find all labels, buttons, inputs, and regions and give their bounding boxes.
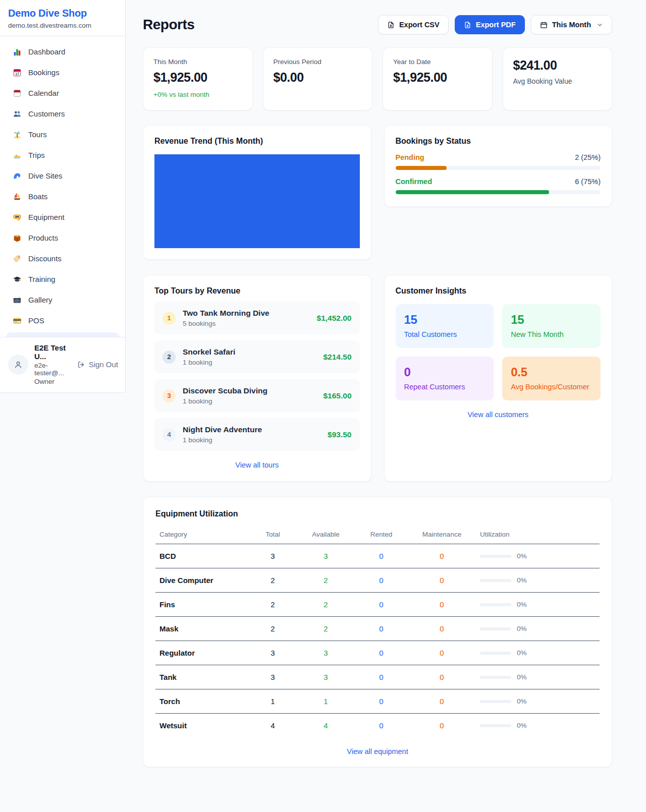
sidebar-item-pos[interactable]: POS <box>6 311 119 330</box>
tour-revenue: $214.50 <box>323 353 351 362</box>
sidebar-item-products[interactable]: Products <box>6 228 119 248</box>
table-row: Wetsuit 4 4 0 0 0% <box>155 714 600 738</box>
insight-tiles: 15 Total Customers 15 New This Month 0 R… <box>396 304 601 400</box>
page-title: Reports <box>143 17 194 33</box>
sidebar-item-label: Dashboard <box>28 47 65 56</box>
stat-label: Avg Booking Value <box>513 77 602 85</box>
sidebar-item-label: Bookings <box>28 68 60 77</box>
wave-icon <box>12 171 22 181</box>
sign-out-icon <box>77 361 85 369</box>
status-count: 6 (75%) <box>575 178 601 186</box>
island-icon <box>12 130 22 139</box>
tile-new-this-month: 15 New This Month <box>502 304 601 348</box>
table-header-row: Category Total Available Rented Maintena… <box>155 525 600 544</box>
sidebar-item-gallery[interactable]: Gallery <box>6 290 119 310</box>
progress-fill-confirmed <box>396 190 550 194</box>
equipment-maintenance: 0 <box>408 689 476 714</box>
tour-bookings: 1 booking <box>183 397 316 405</box>
bookings-by-status-title: Bookings by Status <box>396 137 601 146</box>
graduation-cap-icon <box>12 274 22 284</box>
camera-icon <box>12 295 22 305</box>
export-pdf-button[interactable]: Export PDF <box>455 15 525 34</box>
sidebar-item-training[interactable]: Training <box>6 269 119 289</box>
tile-label: New This Month <box>511 330 592 338</box>
sidebar-item-calendar[interactable]: Calendar <box>6 83 119 103</box>
view-all-equipment-link[interactable]: View all equipment <box>155 747 600 756</box>
sidebar-item-discounts[interactable]: Discounts <box>6 249 119 268</box>
tour-bookings: 5 bookings <box>183 320 310 327</box>
utilization-percent: 0% <box>517 625 527 632</box>
equipment-maintenance: 0 <box>408 714 476 738</box>
user-meta: E2E Test U... e2e-tester@... Owner <box>34 343 71 385</box>
stat-card-this-month: This Month $1,925.00 +0% vs last month <box>143 47 253 110</box>
equipment-rented: 0 <box>355 568 408 593</box>
export-csv-button[interactable]: Export CSV <box>378 15 449 34</box>
equipment-category: Dive Computer <box>155 568 249 593</box>
equipment-utilization-card: Equipment Utilization Category Total Ava… <box>143 497 612 767</box>
sidebar: Demo Dive Shop demo.test.divestreams.com… <box>0 0 126 393</box>
sign-out-button[interactable]: Sign Out <box>77 360 118 369</box>
sidebar-item-label: Gallery <box>28 296 52 304</box>
stat-change-note: +0% vs last month <box>153 91 242 98</box>
equipment-total: 3 <box>249 641 297 665</box>
sidebar-item-boats[interactable]: Boats <box>6 187 119 206</box>
equipment-maintenance: 0 <box>408 665 476 689</box>
period-dropdown[interactable]: This Month <box>531 15 612 34</box>
sidebar-item-dive-sites[interactable]: Dive Sites <box>6 166 119 186</box>
equipment-available: 3 <box>297 641 355 665</box>
equipment-category: Regulator <box>155 641 249 665</box>
utilization-bar <box>480 652 511 655</box>
column-header-maintenance: Maintenance <box>408 525 476 544</box>
sidebar-item-label: Tours <box>28 130 47 139</box>
equipment-maintenance: 0 <box>408 544 476 568</box>
equipment-rented: 0 <box>355 593 408 617</box>
equipment-rented: 0 <box>355 544 408 568</box>
sidebar-item-bookings[interactable]: 17 Bookings <box>6 63 119 82</box>
sidebar-item-customers[interactable]: Customers <box>6 104 119 124</box>
sidebar-item-equipment[interactable]: Equipment <box>6 207 119 227</box>
sidebar-item-trips[interactable]: Trips <box>6 145 119 165</box>
tag-icon <box>12 254 22 263</box>
tour-name: Night Dive Adventure <box>183 425 320 434</box>
utilization-bar <box>480 579 511 582</box>
person-icon <box>13 360 23 370</box>
shop-domain: demo.test.divestreams.com <box>8 22 117 29</box>
equipment-category: Tank <box>155 665 249 689</box>
equipment-utilization: 0% <box>476 593 600 617</box>
dive-mask-icon <box>12 212 22 222</box>
package-icon <box>12 233 22 243</box>
sidebar-item-tours[interactable]: Tours <box>6 125 119 144</box>
sidebar-item-reports-partial[interactable] <box>6 332 119 337</box>
sidebar-item-dashboard[interactable]: Dashboard <box>6 42 119 62</box>
insights-row: Top Tours by Revenue 1 Two Tank Morning … <box>143 275 612 482</box>
calendar-outline-icon <box>540 21 548 29</box>
revenue-trend-card: Revenue Trend (This Month) <box>143 125 371 260</box>
view-all-tours-link[interactable]: View all tours <box>154 461 360 469</box>
utilization-percent: 0% <box>517 673 527 681</box>
sidebar-item-label: Dive Sites <box>28 171 63 180</box>
sidebar-item-label: Trips <box>28 151 45 159</box>
sidebar-item-label: Customers <box>28 109 65 118</box>
tour-name: Discover Scuba Diving <box>183 386 316 395</box>
file-download-icon <box>464 21 471 29</box>
revenue-trend-bar-chart <box>154 154 360 248</box>
tour-bookings: 1 booking <box>183 436 320 444</box>
rank-badge: 2 <box>163 351 176 364</box>
utilization-percent: 0% <box>517 698 527 705</box>
column-header-category: Category <box>155 525 249 544</box>
utilization-bar <box>480 676 511 679</box>
tile-total-customers: 15 Total Customers <box>396 304 494 348</box>
svg-text:17: 17 <box>15 72 19 75</box>
export-csv-label: Export CSV <box>399 21 440 29</box>
tile-label: Avg Bookings/Customer <box>511 383 592 391</box>
equipment-utilization: 0% <box>476 617 600 641</box>
view-all-customers-link[interactable]: View all customers <box>396 411 601 419</box>
file-download-icon <box>387 21 395 29</box>
equipment-utilization: 0% <box>476 641 600 665</box>
sidebar-item-label: Discounts <box>28 254 62 263</box>
equipment-available: 2 <box>297 617 355 641</box>
tile-value: 15 <box>511 313 592 327</box>
tile-value: 0.5 <box>511 365 592 379</box>
equipment-rented: 0 <box>355 617 408 641</box>
utilization-percent: 0% <box>517 576 527 584</box>
